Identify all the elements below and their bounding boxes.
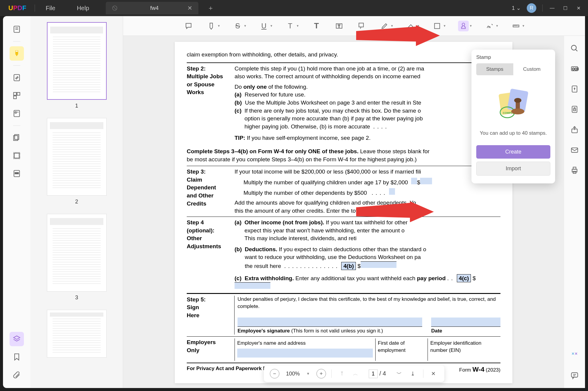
zoom-in-button[interactable]: + xyxy=(316,369,326,378)
maximize-icon[interactable]: ☐ xyxy=(562,4,569,12)
underline-tool[interactable]: U xyxy=(258,21,269,31)
form-field[interactable] xyxy=(389,188,395,195)
edit-mode-button[interactable] xyxy=(10,70,24,85)
import-stamp-button[interactable]: Import xyxy=(476,162,550,176)
export-icon[interactable] xyxy=(569,84,580,94)
field-label: Employer's name and address xyxy=(237,340,373,347)
thumbnail[interactable] xyxy=(47,22,107,100)
zoom-level: 100% xyxy=(284,371,302,377)
crop-button[interactable] xyxy=(10,148,24,163)
textbox-tool[interactable]: T xyxy=(334,21,344,31)
search-icon[interactable] xyxy=(569,43,580,54)
panel-title: Stamp xyxy=(476,54,550,60)
svg-rect-11 xyxy=(15,112,16,113)
zoom-out-button[interactable]: − xyxy=(270,369,279,378)
svg-rect-9 xyxy=(14,96,16,99)
tab-add-button[interactable]: ＋ xyxy=(204,4,217,13)
svg-text:OCR: OCR xyxy=(572,67,579,71)
highlight-tool[interactable] xyxy=(206,21,217,31)
ai-icon[interactable] xyxy=(569,350,580,361)
form-field[interactable]: First date of employment xyxy=(375,338,428,361)
text: Complete Steps 3–4(b) on Form W-4 for on… xyxy=(187,148,500,156)
attachment-button[interactable] xyxy=(10,368,24,382)
prev-page-button[interactable]: ︿ xyxy=(351,369,360,378)
form-field[interactable] xyxy=(235,282,270,289)
text: (c) Extra withholding. Enter any additio… xyxy=(235,275,500,291)
protect-icon[interactable] xyxy=(569,104,580,115)
page-input[interactable]: / 4 xyxy=(365,369,390,378)
svg-rect-7 xyxy=(14,93,16,95)
thumbnail[interactable] xyxy=(47,214,107,292)
close-bar-button[interactable]: ✕ xyxy=(429,369,438,378)
annotation-toolbar: ▼ S▼ U▼ T▼ T T ▼ ▼ ▼ ▼ ▼ ▼ xyxy=(123,16,585,36)
organize-mode-button[interactable] xyxy=(10,88,24,103)
step-title: Employers xyxy=(187,338,235,346)
svg-rect-5 xyxy=(16,51,18,52)
minimize-icon[interactable]: — xyxy=(549,4,556,12)
strikethrough-tool[interactable]: S xyxy=(232,21,243,31)
signature-tool[interactable] xyxy=(484,21,495,31)
stamps-tab[interactable]: Stamps xyxy=(476,63,513,75)
step-title: Step 5: xyxy=(187,296,232,304)
form-field[interactable]: Employer's name and address xyxy=(235,338,375,361)
user-avatar[interactable]: R xyxy=(527,3,536,13)
date-field[interactable] xyxy=(431,318,500,326)
layers-button[interactable] xyxy=(10,332,24,346)
text: Date xyxy=(431,326,500,335)
form-mode-button[interactable] xyxy=(10,106,24,121)
thumbnail[interactable] xyxy=(47,310,107,358)
step-sub: Other xyxy=(187,234,235,243)
form-field[interactable] xyxy=(361,261,396,268)
menu-file[interactable]: File xyxy=(35,5,66,12)
step-sub: Dependent xyxy=(187,184,235,192)
annotation-arrow xyxy=(356,25,440,49)
custom-tab[interactable]: Custom xyxy=(513,63,550,75)
step-sub: (optional): xyxy=(187,227,235,235)
svg-point-28 xyxy=(572,45,576,50)
form-field[interactable]: Employer identification number (EIN) xyxy=(428,338,500,361)
share-icon[interactable] xyxy=(569,124,580,135)
text: Multiply the number of other dependents … xyxy=(244,188,500,197)
batch-button[interactable] xyxy=(10,131,24,145)
print-icon[interactable] xyxy=(569,165,580,176)
bookmark-button[interactable] xyxy=(10,350,24,364)
text-tool[interactable]: T xyxy=(311,21,322,31)
comment-mode-button[interactable] xyxy=(10,46,24,61)
form-field[interactable] xyxy=(411,178,417,184)
close-icon[interactable]: ✕ xyxy=(575,4,582,12)
thumbnail-number: 3 xyxy=(75,295,78,301)
email-icon[interactable] xyxy=(569,145,580,155)
step-sub: Claim xyxy=(187,176,235,184)
field-label: employment xyxy=(378,347,425,354)
next-page-button[interactable]: ﹀ xyxy=(394,369,404,378)
note-tool[interactable] xyxy=(183,21,194,31)
step-sub: Sign xyxy=(187,303,232,312)
stamp-illustration: COMPLETE xyxy=(476,82,550,127)
text: Do only one of the following. xyxy=(235,83,500,91)
text: also works. The correct amount of withho… xyxy=(235,73,500,81)
redact-button[interactable] xyxy=(10,166,24,181)
reader-mode-button[interactable] xyxy=(10,22,24,36)
squiggly-tool[interactable]: T xyxy=(285,21,295,31)
menu-help[interactable]: Help xyxy=(66,5,100,12)
measure-tool[interactable] xyxy=(511,21,521,31)
page-indicator[interactable]: 1 ⌄ xyxy=(512,5,521,11)
svg-rect-38 xyxy=(573,167,576,169)
document-page: claim exemption from withholding, other … xyxy=(175,42,512,383)
zoom-dropdown-icon[interactable]: ▼ xyxy=(306,372,312,376)
signature-field[interactable] xyxy=(238,318,422,326)
svg-rect-40 xyxy=(572,373,578,377)
chat-icon[interactable] xyxy=(569,370,580,381)
stamp-tool[interactable] xyxy=(458,21,469,31)
thumbnail[interactable] xyxy=(47,118,107,196)
ocr-icon[interactable]: OCR xyxy=(569,63,580,74)
create-stamp-button[interactable]: Create xyxy=(476,145,550,159)
first-page-button[interactable]: ⤒ xyxy=(337,369,347,378)
form-field[interactable] xyxy=(420,178,432,184)
step-title: Step 4 xyxy=(187,219,235,227)
thumbnail-number: 2 xyxy=(75,199,78,205)
tab-close-icon[interactable]: ✕ xyxy=(187,4,192,12)
last-page-button[interactable]: ⤓ xyxy=(408,369,418,378)
svg-marker-51 xyxy=(356,201,434,222)
tab[interactable]: fw4 ✕ xyxy=(106,2,198,14)
